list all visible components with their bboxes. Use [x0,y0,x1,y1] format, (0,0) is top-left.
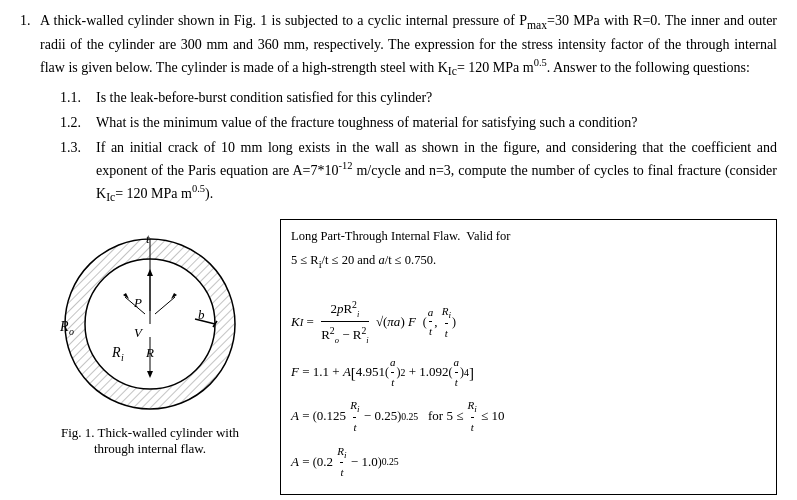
formula-ki: KI = 2pR2i R2o − R2i √(πa) F ( a t , [291,297,766,348]
svg-text:R: R [59,319,69,334]
sub-item-1-1: 1.1. Is the leak-before-burst condition … [60,87,777,108]
figure-right: Long Part-Through Internal Flaw. Valid f… [280,219,777,495]
figure-left: R o R i R P V b t [40,219,260,457]
sub-num-1-2: 1.2. [60,112,96,133]
flaw-formula-box: Long Part-Through Internal Flaw. Valid f… [280,219,777,495]
sub-text-1-3: If an initial crack of 10 mm long exists… [96,137,777,207]
sub-item-1-2: 1.2. What is the minimum value of the fr… [60,112,777,133]
sub-item-1-3: 1.3. If an initial crack of 10 mm long e… [60,137,777,207]
svg-text:o: o [69,326,74,337]
problem-statement: 1. A thick-walled cylinder shown in Fig.… [20,10,777,207]
formula-f: F = 1.1 + A [ 4.951 ( a t )2 + 1.092 ( a… [291,354,766,391]
flaw-title: Long Part-Through Internal Flaw. Valid f… [291,226,766,246]
sub-num-1-1: 1.1. [60,87,96,108]
svg-text:t: t [146,231,150,246]
caption-text: Fig. 1. Thick-walled cylinder with throu… [61,425,239,456]
sub-text-1-2: What is the minimum value of the fractur… [96,112,777,133]
cylinder-diagram: R o R i R P V b t [50,219,250,419]
svg-text:i: i [121,352,124,363]
problem-intro-text: A thick-walled cylinder shown in Fig. 1 … [40,10,777,81]
sub-text-1-1: Is the leak-before-burst condition satis… [96,87,777,108]
formula-a2: A = ( 0.2 Ri t − 1.0 ) 0.25 [291,443,766,482]
figure-caption: Fig. 1. Thick-walled cylinder with throu… [40,425,260,457]
problem-number-label: 1. [20,10,40,31]
figure-section: R o R i R P V b t [40,219,777,495]
sub-num-1-3: 1.3. [60,137,96,158]
problem-main: 1. A thick-walled cylinder shown in Fig.… [20,10,777,81]
flaw-valid: 5 ≤ Ri/t ≤ 20 and a/t ≤ 0.750. [291,250,766,273]
svg-text:R: R [111,345,121,360]
formula-a1: A = ( 0.125 Ri t − 0.25 ) 0.25 for 5 ≤ R… [291,397,766,436]
main-content: 1. A thick-walled cylinder shown in Fig.… [20,10,777,495]
